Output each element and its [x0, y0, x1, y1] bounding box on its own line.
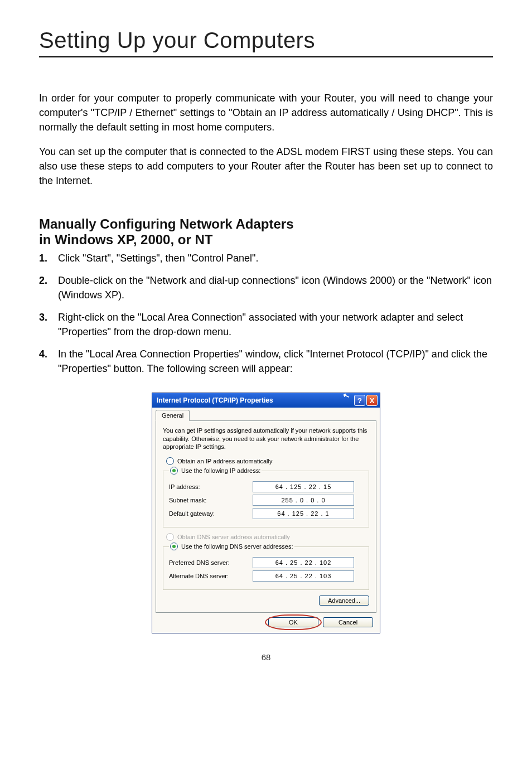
label-ip-address: IP address:: [169, 483, 253, 490]
radio-use-ip[interactable]: Use the following IP address:: [170, 467, 260, 475]
step-text: Double-click on the "Network and dial-up…: [58, 273, 493, 302]
step-text: Click "Start", "Settings", then "Control…: [58, 251, 493, 265]
tcpip-properties-dialog: Internet Protocol (TCP/IP) Properties ↖ …: [152, 393, 380, 633]
radio-label: Use the following DNS server addresses:: [181, 543, 293, 550]
cursor-icon: ↖: [342, 390, 351, 401]
input-preferred-dns[interactable]: 64 . 25 . 22 . 102: [253, 557, 354, 568]
radio-icon: [170, 543, 178, 550]
section-heading-line1: Manually Configuring Network Adapters: [39, 216, 293, 231]
radio-icon: [170, 467, 178, 475]
step-3: 3. Right-click on the "Local Area Connec…: [39, 310, 493, 339]
intro-para-2: You can set up the computer that is conn…: [39, 144, 493, 188]
intro-para-1: In order for your computer to properly c…: [39, 91, 493, 134]
step-2: 2. Double-click on the "Network and dial…: [39, 273, 493, 302]
page-number: 68: [39, 652, 493, 662]
dialog-title: Internet Protocol (TCP/IP) Properties: [157, 396, 273, 404]
radio-obtain-ip[interactable]: Obtain an IP address automatically: [166, 457, 369, 465]
label-subnet-mask: Subnet mask:: [169, 497, 253, 504]
label-preferred-dns: Preferred DNS server:: [169, 559, 253, 566]
steps-list: 1. Click "Start", "Settings", then "Cont…: [39, 251, 493, 376]
radio-obtain-dns: Obtain DNS server address automatically: [166, 533, 369, 541]
tab-general[interactable]: General: [156, 410, 190, 421]
label-alternate-dns: Alternate DNS server:: [169, 573, 253, 579]
advanced-button[interactable]: Advanced...: [319, 596, 369, 606]
ok-button[interactable]: OK: [268, 617, 318, 627]
radio-icon: [166, 457, 174, 465]
radio-icon: [166, 533, 174, 541]
use-ip-group: Use the following IP address: IP address…: [163, 467, 369, 527]
step-text: In the "Local Area Connection Properties…: [58, 347, 493, 376]
step-1: 1. Click "Start", "Settings", then "Cont…: [39, 251, 493, 265]
dialog-help-button[interactable]: ?: [354, 395, 365, 406]
step-text: Right-click on the "Local Area Connectio…: [58, 310, 493, 339]
input-default-gateway[interactable]: 64 . 125 . 22 . 1: [253, 508, 354, 519]
page-title: Setting Up your Computers: [39, 28, 493, 53]
radio-label: Use the following IP address:: [181, 467, 260, 474]
dialog-titlebar[interactable]: Internet Protocol (TCP/IP) Properties ↖ …: [152, 393, 380, 408]
dialog-description: You can get IP settings assigned automat…: [163, 427, 369, 451]
step-4: 4. In the "Local Area Connection Propert…: [39, 347, 493, 376]
step-number: 2.: [39, 273, 58, 302]
input-ip-address[interactable]: 64 . 125 . 22 . 15: [253, 481, 354, 492]
input-subnet-mask[interactable]: 255 . 0 . 0 . 0: [253, 495, 354, 506]
use-dns-group: Use the following DNS server addresses: …: [163, 543, 369, 590]
cancel-button[interactable]: Cancel: [323, 617, 373, 627]
radio-label: Obtain DNS server address automatically: [177, 534, 290, 540]
ok-highlight-ring: OK: [268, 617, 318, 627]
radio-label: Obtain an IP address automatically: [177, 458, 272, 464]
label-default-gateway: Default gateway:: [169, 510, 253, 517]
section-heading: Manually Configuring Network Adapters in…: [39, 216, 493, 248]
step-number: 4.: [39, 347, 58, 376]
step-number: 1.: [39, 251, 58, 265]
section-heading-line2: in Windows XP, 2000, or NT: [39, 232, 212, 247]
input-alternate-dns[interactable]: 64 . 25 . 22 . 103: [253, 570, 354, 582]
radio-use-dns[interactable]: Use the following DNS server addresses:: [170, 543, 293, 550]
step-number: 3.: [39, 310, 58, 339]
title-rule: [39, 56, 493, 57]
dialog-close-button[interactable]: X: [366, 395, 378, 406]
